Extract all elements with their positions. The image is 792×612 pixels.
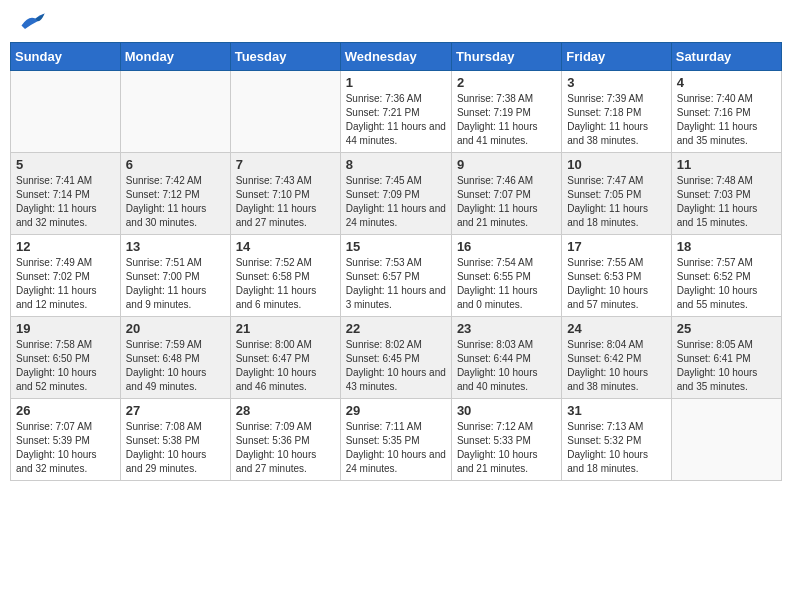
logo-bird-icon bbox=[18, 10, 46, 34]
calendar-cell: 26Sunrise: 7:07 AMSunset: 5:39 PMDayligh… bbox=[11, 399, 121, 481]
calendar-cell: 28Sunrise: 7:09 AMSunset: 5:36 PMDayligh… bbox=[230, 399, 340, 481]
calendar-cell: 3Sunrise: 7:39 AMSunset: 7:18 PMDaylight… bbox=[562, 71, 671, 153]
calendar-cell: 18Sunrise: 7:57 AMSunset: 6:52 PMDayligh… bbox=[671, 235, 781, 317]
calendar-cell: 2Sunrise: 7:38 AMSunset: 7:19 PMDaylight… bbox=[451, 71, 561, 153]
day-number: 24 bbox=[567, 321, 665, 336]
day-number: 3 bbox=[567, 75, 665, 90]
day-number: 12 bbox=[16, 239, 115, 254]
calendar-cell: 12Sunrise: 7:49 AMSunset: 7:02 PMDayligh… bbox=[11, 235, 121, 317]
day-info: Sunrise: 7:38 AMSunset: 7:19 PMDaylight:… bbox=[457, 92, 556, 148]
day-number: 28 bbox=[236, 403, 335, 418]
calendar-cell: 19Sunrise: 7:58 AMSunset: 6:50 PMDayligh… bbox=[11, 317, 121, 399]
calendar-cell bbox=[230, 71, 340, 153]
day-info: Sunrise: 7:45 AMSunset: 7:09 PMDaylight:… bbox=[346, 174, 446, 230]
day-number: 27 bbox=[126, 403, 225, 418]
weekday-header-monday: Monday bbox=[120, 43, 230, 71]
day-info: Sunrise: 8:03 AMSunset: 6:44 PMDaylight:… bbox=[457, 338, 556, 394]
calendar-cell: 22Sunrise: 8:02 AMSunset: 6:45 PMDayligh… bbox=[340, 317, 451, 399]
day-number: 22 bbox=[346, 321, 446, 336]
day-number: 31 bbox=[567, 403, 665, 418]
day-info: Sunrise: 8:00 AMSunset: 6:47 PMDaylight:… bbox=[236, 338, 335, 394]
day-number: 30 bbox=[457, 403, 556, 418]
calendar-cell: 29Sunrise: 7:11 AMSunset: 5:35 PMDayligh… bbox=[340, 399, 451, 481]
day-number: 4 bbox=[677, 75, 776, 90]
weekday-header-friday: Friday bbox=[562, 43, 671, 71]
day-info: Sunrise: 7:48 AMSunset: 7:03 PMDaylight:… bbox=[677, 174, 776, 230]
calendar-cell: 27Sunrise: 7:08 AMSunset: 5:38 PMDayligh… bbox=[120, 399, 230, 481]
calendar-cell: 4Sunrise: 7:40 AMSunset: 7:16 PMDaylight… bbox=[671, 71, 781, 153]
day-number: 2 bbox=[457, 75, 556, 90]
calendar-cell: 13Sunrise: 7:51 AMSunset: 7:00 PMDayligh… bbox=[120, 235, 230, 317]
day-number: 18 bbox=[677, 239, 776, 254]
day-number: 16 bbox=[457, 239, 556, 254]
day-info: Sunrise: 7:59 AMSunset: 6:48 PMDaylight:… bbox=[126, 338, 225, 394]
day-info: Sunrise: 7:55 AMSunset: 6:53 PMDaylight:… bbox=[567, 256, 665, 312]
calendar-week-4: 19Sunrise: 7:58 AMSunset: 6:50 PMDayligh… bbox=[11, 317, 782, 399]
calendar-cell bbox=[120, 71, 230, 153]
day-info: Sunrise: 7:11 AMSunset: 5:35 PMDaylight:… bbox=[346, 420, 446, 476]
day-number: 14 bbox=[236, 239, 335, 254]
day-number: 8 bbox=[346, 157, 446, 172]
day-number: 9 bbox=[457, 157, 556, 172]
day-info: Sunrise: 7:42 AMSunset: 7:12 PMDaylight:… bbox=[126, 174, 225, 230]
day-info: Sunrise: 7:49 AMSunset: 7:02 PMDaylight:… bbox=[16, 256, 115, 312]
day-number: 13 bbox=[126, 239, 225, 254]
day-info: Sunrise: 7:41 AMSunset: 7:14 PMDaylight:… bbox=[16, 174, 115, 230]
calendar-cell: 23Sunrise: 8:03 AMSunset: 6:44 PMDayligh… bbox=[451, 317, 561, 399]
day-info: Sunrise: 7:53 AMSunset: 6:57 PMDaylight:… bbox=[346, 256, 446, 312]
day-info: Sunrise: 7:47 AMSunset: 7:05 PMDaylight:… bbox=[567, 174, 665, 230]
weekday-header-sunday: Sunday bbox=[11, 43, 121, 71]
page-header bbox=[10, 10, 782, 34]
day-number: 6 bbox=[126, 157, 225, 172]
calendar-week-5: 26Sunrise: 7:07 AMSunset: 5:39 PMDayligh… bbox=[11, 399, 782, 481]
day-number: 21 bbox=[236, 321, 335, 336]
weekday-header-wednesday: Wednesday bbox=[340, 43, 451, 71]
weekday-header-tuesday: Tuesday bbox=[230, 43, 340, 71]
day-info: Sunrise: 7:58 AMSunset: 6:50 PMDaylight:… bbox=[16, 338, 115, 394]
day-info: Sunrise: 8:02 AMSunset: 6:45 PMDaylight:… bbox=[346, 338, 446, 394]
day-info: Sunrise: 7:54 AMSunset: 6:55 PMDaylight:… bbox=[457, 256, 556, 312]
calendar-cell: 30Sunrise: 7:12 AMSunset: 5:33 PMDayligh… bbox=[451, 399, 561, 481]
day-info: Sunrise: 7:36 AMSunset: 7:21 PMDaylight:… bbox=[346, 92, 446, 148]
calendar-cell: 31Sunrise: 7:13 AMSunset: 5:32 PMDayligh… bbox=[562, 399, 671, 481]
calendar-cell: 7Sunrise: 7:43 AMSunset: 7:10 PMDaylight… bbox=[230, 153, 340, 235]
calendar-cell: 9Sunrise: 7:46 AMSunset: 7:07 PMDaylight… bbox=[451, 153, 561, 235]
calendar-cell bbox=[671, 399, 781, 481]
calendar-cell: 14Sunrise: 7:52 AMSunset: 6:58 PMDayligh… bbox=[230, 235, 340, 317]
calendar-cell: 11Sunrise: 7:48 AMSunset: 7:03 PMDayligh… bbox=[671, 153, 781, 235]
calendar-cell bbox=[11, 71, 121, 153]
day-info: Sunrise: 7:09 AMSunset: 5:36 PMDaylight:… bbox=[236, 420, 335, 476]
calendar-cell: 24Sunrise: 8:04 AMSunset: 6:42 PMDayligh… bbox=[562, 317, 671, 399]
day-number: 5 bbox=[16, 157, 115, 172]
calendar-cell: 10Sunrise: 7:47 AMSunset: 7:05 PMDayligh… bbox=[562, 153, 671, 235]
calendar-cell: 8Sunrise: 7:45 AMSunset: 7:09 PMDaylight… bbox=[340, 153, 451, 235]
day-number: 11 bbox=[677, 157, 776, 172]
day-info: Sunrise: 7:39 AMSunset: 7:18 PMDaylight:… bbox=[567, 92, 665, 148]
weekday-header-thursday: Thursday bbox=[451, 43, 561, 71]
day-number: 26 bbox=[16, 403, 115, 418]
calendar-cell: 6Sunrise: 7:42 AMSunset: 7:12 PMDaylight… bbox=[120, 153, 230, 235]
day-number: 15 bbox=[346, 239, 446, 254]
day-info: Sunrise: 7:40 AMSunset: 7:16 PMDaylight:… bbox=[677, 92, 776, 148]
day-info: Sunrise: 7:07 AMSunset: 5:39 PMDaylight:… bbox=[16, 420, 115, 476]
day-info: Sunrise: 7:12 AMSunset: 5:33 PMDaylight:… bbox=[457, 420, 556, 476]
day-number: 23 bbox=[457, 321, 556, 336]
day-number: 10 bbox=[567, 157, 665, 172]
calendar-cell: 5Sunrise: 7:41 AMSunset: 7:14 PMDaylight… bbox=[11, 153, 121, 235]
day-info: Sunrise: 8:05 AMSunset: 6:41 PMDaylight:… bbox=[677, 338, 776, 394]
day-info: Sunrise: 7:57 AMSunset: 6:52 PMDaylight:… bbox=[677, 256, 776, 312]
calendar-cell: 15Sunrise: 7:53 AMSunset: 6:57 PMDayligh… bbox=[340, 235, 451, 317]
day-info: Sunrise: 7:08 AMSunset: 5:38 PMDaylight:… bbox=[126, 420, 225, 476]
calendar-week-2: 5Sunrise: 7:41 AMSunset: 7:14 PMDaylight… bbox=[11, 153, 782, 235]
calendar-cell: 25Sunrise: 8:05 AMSunset: 6:41 PMDayligh… bbox=[671, 317, 781, 399]
day-info: Sunrise: 7:46 AMSunset: 7:07 PMDaylight:… bbox=[457, 174, 556, 230]
day-number: 29 bbox=[346, 403, 446, 418]
calendar-cell: 1Sunrise: 7:36 AMSunset: 7:21 PMDaylight… bbox=[340, 71, 451, 153]
calendar-cell: 17Sunrise: 7:55 AMSunset: 6:53 PMDayligh… bbox=[562, 235, 671, 317]
day-number: 19 bbox=[16, 321, 115, 336]
calendar-week-1: 1Sunrise: 7:36 AMSunset: 7:21 PMDaylight… bbox=[11, 71, 782, 153]
calendar-cell: 20Sunrise: 7:59 AMSunset: 6:48 PMDayligh… bbox=[120, 317, 230, 399]
day-number: 7 bbox=[236, 157, 335, 172]
day-number: 20 bbox=[126, 321, 225, 336]
calendar-week-3: 12Sunrise: 7:49 AMSunset: 7:02 PMDayligh… bbox=[11, 235, 782, 317]
